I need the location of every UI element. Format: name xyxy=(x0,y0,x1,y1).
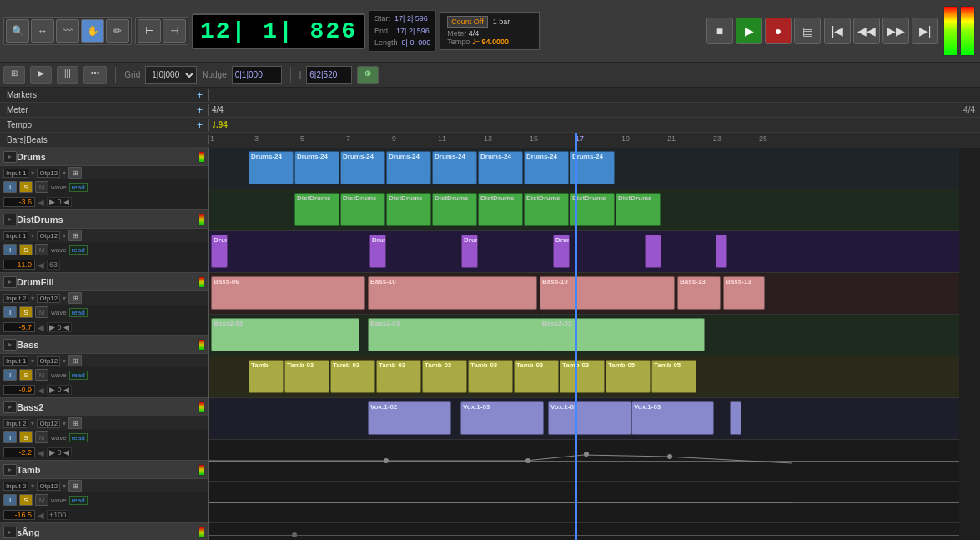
bass-s-button[interactable]: S xyxy=(19,369,33,381)
bass2-m-button[interactable]: M xyxy=(35,431,48,443)
clip-drums-6[interactable]: Drums-24 xyxy=(478,151,523,184)
record-button[interactable]: ● xyxy=(765,18,792,44)
sang-expand-button[interactable]: ▸ xyxy=(3,527,17,538)
clip-distdrums-3[interactable]: DistDrums xyxy=(386,193,431,226)
tamb-s-button[interactable]: S xyxy=(19,494,33,506)
nudge-value-input[interactable] xyxy=(232,66,282,84)
clip-tamb-6[interactable]: Tamb-03 xyxy=(514,360,559,393)
count-off-button[interactable]: Count Off xyxy=(447,16,487,28)
clip-drumfill-6[interactable] xyxy=(716,235,727,268)
clip-bass2-1[interactable]: Bass2-03 xyxy=(211,318,359,351)
clip-bass-3[interactable]: Bass-10 xyxy=(540,276,675,310)
master-auto-point[interactable] xyxy=(292,532,297,537)
clip-bass-5[interactable]: Bass-13 xyxy=(723,276,765,310)
reverb-auto-point-4[interactable] xyxy=(667,454,672,459)
bass-m-button[interactable]: M xyxy=(35,369,48,381)
drumfill-s-button[interactable]: S xyxy=(19,306,33,318)
clip-drums-4[interactable]: Drums-24 xyxy=(386,151,431,184)
distdrums-expand-button[interactable]: ▸ xyxy=(3,214,17,225)
edit-button[interactable]: ▶ xyxy=(30,66,52,84)
clip-distdrums-6[interactable]: DistDrums xyxy=(524,193,569,226)
reverb-auto-point-3[interactable] xyxy=(584,452,589,457)
mix-button[interactable]: ⊞ xyxy=(3,66,25,84)
clip-drums-2[interactable]: Drums-24 xyxy=(294,151,339,184)
clip-drums-3[interactable]: Drums-24 xyxy=(340,151,385,184)
grid-select[interactable]: 1|0|000 xyxy=(145,66,197,84)
clip-bass-4[interactable]: Bass-13 xyxy=(677,276,721,310)
trim-tool-button[interactable]: ↔ xyxy=(31,19,54,43)
forward-button[interactable]: ⊣ xyxy=(163,19,186,43)
clip-drums-7[interactable]: Drums-24 xyxy=(524,151,569,184)
range-value-input[interactable] xyxy=(306,66,352,84)
clip-drumfill-5[interactable] xyxy=(645,235,661,268)
drums-io-extra[interactable]: ⊞ xyxy=(68,167,82,179)
end-button[interactable]: ▶| xyxy=(912,18,938,44)
clip-bass2-3[interactable]: Bass2-03 xyxy=(540,318,705,351)
more-button[interactable]: ••• xyxy=(83,66,108,84)
wave-tool-button[interactable]: 〰 xyxy=(56,19,79,43)
bass-expand-button[interactable]: ▸ xyxy=(3,339,17,351)
bass-i-button[interactable]: I xyxy=(3,369,17,381)
clip-distdrums-5[interactable]: DistDrums xyxy=(478,193,523,226)
clip-drumfill-3[interactable]: Drum xyxy=(461,235,478,268)
zoom-tool-button[interactable]: 🔍 xyxy=(6,19,29,43)
clip-distdrums-4[interactable]: DistDrums xyxy=(432,193,477,226)
mixer-button[interactable]: ||| xyxy=(57,66,78,84)
reverb-auto-point-2[interactable] xyxy=(525,458,530,463)
clip-drumfill-4[interactable]: Drum xyxy=(553,235,570,268)
clip-tamb-2[interactable]: Tamb-03 xyxy=(330,360,375,393)
distdrums-i-button[interactable]: I xyxy=(3,244,17,255)
clip-drumfill-2[interactable]: Drum xyxy=(369,235,386,268)
clip-tamb-8[interactable]: Tamb-05 xyxy=(606,360,651,393)
options-button[interactable]: ▤ xyxy=(794,18,821,44)
tamb-expand-button[interactable]: ▸ xyxy=(3,464,17,476)
markers-add-button[interactable]: + xyxy=(197,89,203,101)
drums-s-button[interactable]: S xyxy=(19,181,33,193)
clip-sang-3[interactable]: Vox.1-03 xyxy=(548,401,631,435)
distdrums-s-button[interactable]: S xyxy=(19,244,33,255)
play-button[interactable]: ▶ xyxy=(736,18,762,44)
drums-m-button[interactable]: M xyxy=(35,181,48,193)
clip-distdrums-2[interactable]: DistDrums xyxy=(340,193,385,226)
clip-sang-4[interactable]: Vox.1-03 xyxy=(631,401,714,435)
tamb-m-button[interactable]: M xyxy=(35,494,48,506)
pencil-tool-button[interactable]: ✏ xyxy=(106,19,129,43)
distdrums-m-button[interactable]: M xyxy=(35,244,48,255)
bass2-io-extra[interactable]: ⊞ xyxy=(68,417,82,429)
clip-distdrums-1[interactable]: DistDrums xyxy=(294,193,339,226)
clip-distdrums-8[interactable]: DistDrums xyxy=(616,193,661,226)
clip-tamb-7[interactable]: Tamb-03 xyxy=(560,360,605,393)
rw-button[interactable]: ◀◀ xyxy=(853,18,880,44)
clip-tamb-3[interactable]: Tamb-03 xyxy=(376,360,421,393)
reverb-auto-point-1[interactable] xyxy=(384,458,389,463)
bass2-s-button[interactable]: S xyxy=(19,431,33,443)
tamb-io-extra[interactable]: ⊞ xyxy=(68,480,82,492)
clip-bass-1[interactable]: Bass-06 xyxy=(211,276,365,310)
clip-tamb-1[interactable]: Tamb-03 xyxy=(284,360,329,393)
bass2-i-button[interactable]: I xyxy=(3,431,17,443)
drumfill-i-button[interactable]: I xyxy=(3,306,17,318)
ff-button[interactable]: ▶▶ xyxy=(882,18,909,44)
clip-bass-2[interactable]: Bass-10 xyxy=(368,276,537,310)
drumfill-expand-button[interactable]: ▸ xyxy=(3,276,17,288)
tempo-add-button[interactable]: + xyxy=(197,119,203,131)
clip-tamb-5[interactable]: Tamb-03 xyxy=(468,360,513,393)
clip-drums-1[interactable]: Drums-24 xyxy=(249,151,294,184)
bass-io-extra[interactable]: ⊞ xyxy=(68,355,82,366)
clip-sang-5[interactable] xyxy=(730,401,741,435)
tamb-i-button[interactable]: I xyxy=(3,494,17,506)
drums-i-button[interactable]: I xyxy=(3,181,17,193)
drumfill-m-button[interactable]: M xyxy=(35,306,48,318)
clip-tamb-0[interactable]: Tamb xyxy=(249,360,284,393)
clip-drums-5[interactable]: Drums-24 xyxy=(432,151,477,184)
clips-area[interactable]: Drums-24 Drums-24 Drums-24 Drums-24 Drum… xyxy=(209,148,980,540)
drums-expand-button[interactable]: ▸ xyxy=(3,151,17,163)
clip-sang-2[interactable]: Vox.1-03 xyxy=(460,401,544,435)
clip-tamb-9[interactable]: Tamb-05 xyxy=(651,360,696,393)
meter-add-button[interactable]: + xyxy=(197,104,203,116)
clip-drumfill-1[interactable]: Drum xyxy=(211,235,228,268)
clip-bass2-2[interactable]: Bass2-03 xyxy=(368,318,541,351)
stop-button[interactable]: ■ xyxy=(706,18,733,44)
rtz-button[interactable]: |◀ xyxy=(824,18,851,44)
clip-tamb-4[interactable]: Tamb-03 xyxy=(422,360,467,393)
